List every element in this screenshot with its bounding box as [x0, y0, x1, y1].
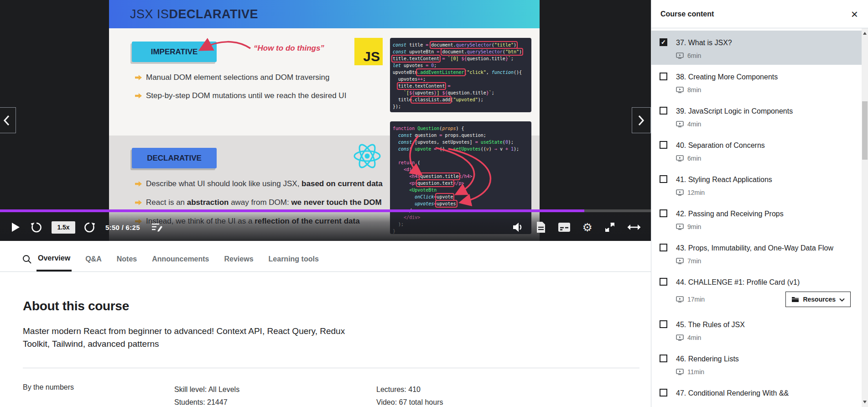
lecture-item-47[interactable]: 47. Conditional Rendering With && [651, 381, 862, 404]
lectures-stat: Lectures: 410 [376, 383, 443, 396]
lecture-slide: JSX IS DECLARATIVE IMPERATIVE “How to do… [109, 0, 540, 241]
lecture-checkbox[interactable] [660, 389, 667, 397]
tab-reviews[interactable]: Reviews [223, 246, 255, 271]
lecture-item-38[interactable]: 38. Creating More Components8min [651, 65, 862, 99]
lecture-duration: 4min [676, 334, 701, 341]
lecture-duration: 11min [676, 368, 704, 376]
time-display: 5:50 / 6:25 [105, 224, 140, 231]
declarative-label: DECLARATIVE [132, 148, 217, 168]
lecture-checkbox[interactable] [660, 320, 667, 328]
bullet-text: Describe what UI should look like using … [146, 179, 383, 188]
lecture-title: 42. Passing and Receiving Props [676, 209, 851, 219]
chevron-down-icon [839, 298, 845, 302]
stats-column-1: Skill level: All Levels Students: 21447 [174, 383, 239, 407]
forward-icon [83, 221, 95, 233]
lecture-title: 37. What is JSX? [676, 37, 851, 48]
forward-button[interactable] [83, 219, 95, 235]
play-button[interactable] [12, 219, 20, 235]
sidebar-title: Course content [660, 10, 714, 18]
slide-title-emphasis: DECLARATIVE [169, 7, 259, 21]
lecture-title: 40. Separation of Concerns [676, 140, 851, 151]
tab-q-a[interactable]: Q&A [84, 246, 103, 271]
captions-button[interactable] [558, 219, 571, 235]
lecture-duration: 6min [676, 52, 701, 59]
video-player[interactable]: JSX IS DECLARATIVE IMPERATIVE “How to do… [0, 0, 651, 241]
fullscreen-button[interactable] [604, 219, 615, 235]
slide-bullet: Step-by-step DOM mutations until we reac… [135, 91, 346, 100]
lecture-item-42[interactable]: 42. Passing and Receiving Props9min [651, 202, 862, 236]
lecture-title: 46. Rendering Lists [676, 354, 851, 364]
slide-title-prefix: JSX IS [130, 7, 169, 21]
about-description: Master modern React from beginner to adv… [23, 325, 351, 350]
player-controls: 1.5x 5:50 / 6:25 ⚙ [0, 215, 651, 239]
lecture-title: 39. JavaScript Logic in Components [676, 106, 851, 116]
tabs: OverviewQ&ANotesAnnouncementsReviewsLear… [36, 246, 333, 271]
sidebar-scrollbar[interactable] [862, 28, 868, 407]
lecture-item-45[interactable]: 45. The Rules of JSX4min [651, 313, 862, 347]
lecture-item-37[interactable]: ✓37. What is JSX?6min [651, 31, 862, 65]
slide-bullet: React is an abstraction away from DOM: w… [135, 198, 383, 207]
lecture-checkbox[interactable] [660, 209, 667, 217]
settings-button[interactable]: ⚙ [582, 219, 593, 235]
playback-speed-button[interactable]: 1.5x [52, 221, 75, 234]
lecture-item-41[interactable]: 41. Styling React Applications12min [651, 167, 862, 202]
chevron-left-icon [3, 115, 10, 126]
content-tabs-bar: OverviewQ&ANotesAnnouncementsReviewsLear… [0, 246, 651, 272]
video-lecture-icon [676, 258, 684, 264]
lecture-item-39[interactable]: 39. JavaScript Logic in Components4min [651, 99, 862, 133]
rewind-button[interactable] [31, 219, 42, 235]
previous-lecture-button[interactable] [0, 107, 16, 133]
close-icon[interactable]: × [848, 7, 861, 21]
video-lecture-icon [676, 334, 684, 341]
lecture-checkbox[interactable] [660, 175, 667, 183]
section-divider [23, 368, 639, 368]
tab-notes[interactable]: Notes [115, 246, 138, 271]
lecture-item-46[interactable]: 46. Rendering Lists11min [651, 347, 862, 381]
volume-icon [512, 222, 524, 233]
tab-overview[interactable]: Overview [36, 246, 72, 271]
rewind-icon [31, 221, 42, 233]
video-lecture-icon [676, 369, 684, 375]
lecture-item-40[interactable]: 40. Separation of Concerns6min [651, 133, 862, 167]
video-lecture-icon [676, 224, 684, 230]
stats-column-2: Lectures: 410 Video: 67 total hours [376, 383, 443, 407]
lecture-checkbox[interactable] [660, 278, 667, 286]
video-lecture-icon [676, 52, 684, 59]
skill-level-stat: Skill level: All Levels [174, 383, 239, 396]
folder-icon [791, 296, 799, 303]
lecture-title: 47. Conditional Rendering With && [676, 388, 851, 398]
bullet-text: Manual DOM element selections and DOM tr… [146, 73, 330, 82]
add-note-button[interactable] [151, 219, 163, 235]
scrollbar-thumb[interactable] [862, 101, 868, 160]
slide-bullet: Describe what UI should look like using … [135, 179, 383, 188]
lecture-title: 45. The Rules of JSX [676, 319, 851, 330]
lecture-checkbox[interactable] [660, 141, 667, 149]
lecture-checkbox-checked[interactable]: ✓ [660, 38, 667, 46]
tab-announcements[interactable]: Announcements [151, 246, 210, 271]
lecture-item-43[interactable]: 43. Props, Immutability, and One-Way Dat… [651, 236, 862, 270]
scroll-up-arrow-icon[interactable] [863, 32, 867, 35]
slide-bullet: Manual DOM element selections and DOM tr… [135, 73, 346, 82]
resources-dropdown-button[interactable]: Resources [785, 292, 851, 307]
expanded-view-button[interactable] [627, 219, 641, 235]
lecture-checkbox[interactable] [660, 107, 667, 115]
lecture-checkbox[interactable] [660, 73, 667, 80]
video-lecture-icon [676, 155, 684, 162]
progress-bar[interactable] [0, 209, 651, 212]
video-lecture-icon [676, 87, 684, 93]
students-stat: Students: 21447 [174, 396, 239, 407]
volume-button[interactable] [512, 219, 524, 235]
lecture-checkbox[interactable] [660, 355, 667, 362]
slide-header: JSX IS DECLARATIVE [109, 0, 540, 28]
note-icon [151, 222, 163, 232]
next-lecture-button[interactable] [632, 107, 651, 133]
about-heading: About this course [23, 299, 129, 313]
tab-learning-tools[interactable]: Learning tools [267, 246, 320, 271]
course-player-page: JSX IS DECLARATIVE IMPERATIVE “How to do… [0, 0, 868, 407]
lecture-item-44[interactable]: 44. CHALLENGE #1: Profile Card (v1)17min… [651, 270, 862, 313]
search-button[interactable] [17, 246, 36, 271]
scroll-down-arrow-icon[interactable] [863, 401, 867, 403]
transcript-button[interactable] [536, 219, 546, 235]
lecture-checkbox[interactable] [660, 244, 667, 251]
video-lecture-icon [676, 296, 684, 303]
